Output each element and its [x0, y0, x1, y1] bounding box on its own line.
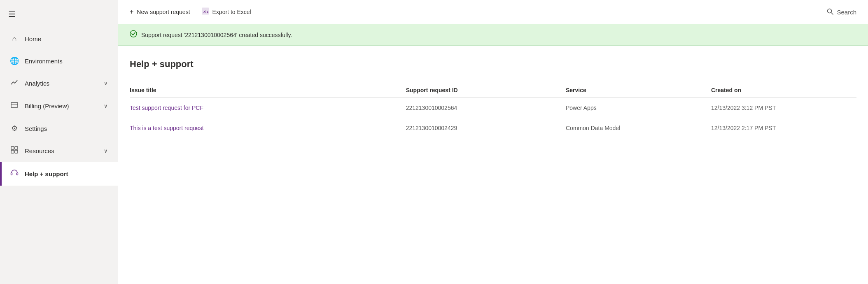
svg-rect-2	[11, 147, 14, 149]
topbar: + New support request xls Export to Exce…	[118, 0, 868, 24]
sidebar-item-label: Environments	[25, 58, 63, 65]
sidebar-item-home[interactable]: ⌂ Home	[0, 28, 118, 50]
sidebar-item-environments[interactable]: 🌐 Environments	[0, 50, 118, 72]
service: Power Apps	[566, 98, 711, 118]
sidebar-item-billing[interactable]: Billing (Preview) ∨	[0, 95, 118, 117]
table-header-row: Issue title Support request ID Service C…	[130, 83, 856, 98]
plus-icon: +	[130, 8, 133, 16]
sidebar-item-settings[interactable]: ⚙ Settings	[0, 117, 118, 140]
search-button[interactable]: Search	[827, 8, 856, 16]
support-table: Issue title Support request ID Service C…	[130, 83, 856, 138]
success-icon	[130, 30, 137, 40]
service: Common Data Model	[566, 118, 711, 138]
sidebar-item-label: Billing (Preview)	[25, 102, 69, 109]
svg-rect-3	[15, 147, 18, 149]
chevron-down-icon: ∨	[104, 148, 108, 154]
resources-icon	[10, 146, 19, 156]
column-header-id: Support request ID	[406, 83, 566, 98]
svg-rect-7	[17, 173, 18, 175]
sidebar-item-help-support[interactable]: Help + support	[0, 162, 118, 186]
column-header-service: Service	[566, 83, 711, 98]
request-id: 2212130010002429	[406, 118, 566, 138]
chevron-down-icon: ∨	[104, 80, 108, 86]
sidebar-item-resources[interactable]: Resources ∨	[0, 140, 118, 162]
analytics-icon	[10, 79, 19, 88]
svg-line-11	[831, 12, 833, 14]
gear-icon: ⚙	[10, 124, 19, 133]
success-banner: Support request '2212130010002564' creat…	[118, 24, 868, 46]
issue-title-link[interactable]: Test support request for PCF	[130, 98, 406, 118]
sidebar: ☰ ⌂ Home 🌐 Environments Analytics ∨ Bill…	[0, 0, 118, 284]
created-on: 12/13/2022 3:12 PM PST	[711, 98, 856, 118]
column-header-issue: Issue title	[130, 83, 406, 98]
search-icon	[827, 8, 833, 16]
chevron-down-icon: ∨	[104, 103, 108, 109]
table-row: Test support request for PCF221213001000…	[130, 98, 856, 118]
main-content: + New support request xls Export to Exce…	[118, 0, 868, 284]
created-on: 12/13/2022 2:17 PM PST	[711, 118, 856, 138]
new-request-label: New support request	[137, 9, 190, 15]
export-to-excel-button[interactable]: xls Export to Excel	[202, 7, 251, 16]
excel-icon: xls	[202, 7, 209, 16]
search-label: Search	[837, 9, 856, 16]
sidebar-header: ☰	[0, 0, 118, 28]
svg-rect-6	[11, 173, 12, 175]
new-support-request-button[interactable]: + New support request	[130, 8, 190, 16]
sidebar-item-label: Analytics	[25, 80, 49, 87]
headset-icon	[10, 169, 19, 179]
sidebar-item-analytics[interactable]: Analytics ∨	[0, 72, 118, 95]
svg-rect-5	[15, 150, 18, 153]
sidebar-item-label: Help + support	[25, 170, 68, 177]
svg-point-12	[130, 30, 137, 37]
globe-icon: 🌐	[10, 56, 19, 65]
page-title: Help + support	[130, 59, 856, 70]
export-label: Export to Excel	[212, 9, 251, 15]
hamburger-icon[interactable]: ☰	[8, 9, 16, 19]
sidebar-item-label: Settings	[25, 125, 47, 132]
home-icon: ⌂	[10, 35, 19, 43]
sidebar-item-label: Home	[25, 35, 41, 42]
success-message: Support request '2212130010002564' creat…	[141, 32, 292, 38]
sidebar-item-label: Resources	[25, 147, 54, 154]
column-header-created: Created on	[711, 83, 856, 98]
svg-rect-0	[11, 102, 18, 107]
svg-text:xls: xls	[203, 9, 209, 14]
svg-rect-4	[11, 150, 14, 153]
issue-title-link[interactable]: This is a test support request	[130, 118, 406, 138]
billing-icon	[10, 101, 19, 111]
page-content: Help + support Issue title Support reque…	[118, 46, 868, 284]
request-id: 2212130010002564	[406, 98, 566, 118]
table-row: This is a test support request2212130010…	[130, 118, 856, 138]
